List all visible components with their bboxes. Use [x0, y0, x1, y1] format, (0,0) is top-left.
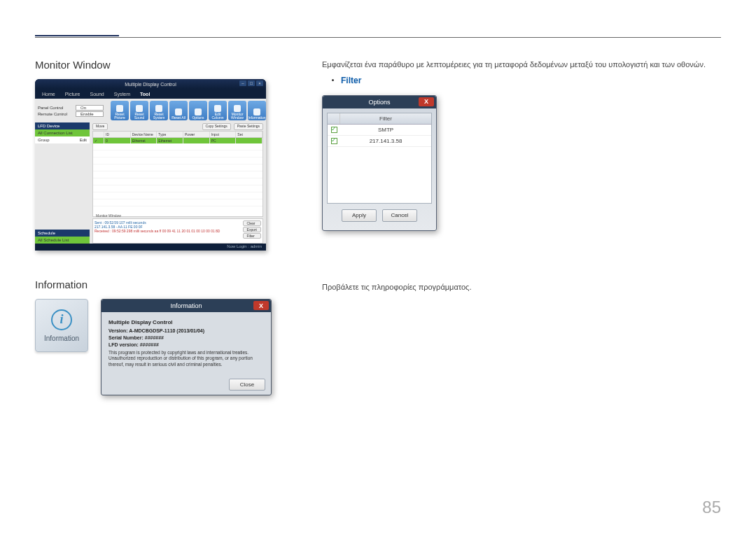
options-apply-button[interactable]: Apply	[342, 209, 377, 222]
info-version: Version: A-MDCBGDSP-1110 (2013/01/04)	[108, 328, 264, 333]
device-table: ID Device Name Type Power Input Set ✓ 0 …	[92, 131, 263, 217]
panel-control-label: Panel Control	[38, 106, 71, 110]
options-close-button[interactable]: X	[419, 97, 434, 106]
reset-picture-icon	[116, 105, 123, 112]
reset-all-button[interactable]: Reset All	[169, 101, 188, 120]
monitor-description: Εμφανίζεται ένα παράθυρο με λεπτομέρειες…	[322, 59, 721, 71]
sidebar-lfd-header[interactable]: LFD Device	[35, 122, 90, 129]
information-dialog-title: Information X	[102, 300, 271, 312]
table-header-row: ID Device Name Type Power Input Set	[93, 132, 262, 138]
log-recv-line: Received : 09:52:59 298 milli seconds aa…	[94, 229, 261, 233]
table-row[interactable]: ✓ 0 Ethernet Ethernet PC	[93, 138, 262, 143]
window-controls: – □ ×	[239, 80, 263, 86]
info-lfd-version: LFD version: #######	[108, 342, 264, 347]
info-legal-text: This program is protected by copyright l…	[108, 350, 264, 367]
options-filter-table: Filter SMTP 217.141.3.58	[327, 113, 432, 204]
information-close-button[interactable]: Close	[229, 379, 265, 391]
remote-control-value[interactable]: Enable	[76, 111, 104, 117]
information-heading: Information	[35, 279, 294, 290]
toolbar-icons: Reset Picture Reset Sound Reset System R…	[111, 101, 266, 120]
information-icon	[253, 108, 260, 115]
monitor-window-icon	[234, 105, 241, 112]
options-cancel-button[interactable]: Cancel	[382, 209, 417, 222]
information-button[interactable]: Information	[248, 101, 266, 120]
options-dialog: Options X Filter SMTP	[322, 95, 437, 231]
mdc-statusbar: Now Login : admin	[35, 244, 266, 251]
menu-tool[interactable]: Tool	[140, 92, 150, 97]
minimize-icon[interactable]: –	[239, 80, 246, 86]
options-dialog-title: Options X	[323, 96, 436, 108]
monitor-window-button[interactable]: Monitor Window	[228, 101, 246, 120]
checkbox-icon[interactable]	[331, 138, 337, 144]
sidebar-group-label: Group	[38, 138, 50, 142]
move-button[interactable]: Move	[92, 123, 108, 130]
reset-all-icon	[175, 108, 182, 115]
edit-column-icon	[214, 105, 221, 112]
options-row-smtp[interactable]: SMTP	[328, 125, 431, 136]
sidebar-group-row[interactable]: Group Edit	[35, 136, 90, 143]
information-tile-caption: Information	[44, 335, 79, 342]
mdc-sidebar: LFD Device All Connection List Group Edi…	[35, 122, 90, 244]
maximize-icon[interactable]: □	[248, 80, 255, 86]
options-row-ip[interactable]: 217.141.3.58	[328, 136, 431, 147]
log-filter-button[interactable]: Filter	[243, 233, 261, 239]
header-accent-rule	[35, 35, 119, 36]
reset-sound-icon	[136, 105, 143, 112]
sidebar-all-schedule[interactable]: All Schedule List	[35, 237, 90, 244]
menu-home[interactable]: Home	[42, 92, 55, 97]
info-serial: Serial Number: #######	[108, 335, 264, 340]
mdc-menubar: Home Picture Sound System Tool	[35, 89, 266, 99]
reset-sound-button[interactable]: Reset Sound	[130, 101, 148, 120]
information-close-x[interactable]: X	[253, 301, 269, 310]
sidebar-all-connection[interactable]: All Connection List	[35, 129, 90, 136]
toolbar-controls: Panel Control On Remote Control Enable	[38, 105, 104, 117]
options-filter-header: Filter	[340, 113, 431, 124]
monitor-window-heading: Monitor Window	[35, 59, 294, 71]
monitor-log-panel: Monitor Window Sent : 09:52:59 107 milli…	[92, 218, 263, 244]
information-dialog: Information X Multiple Display Control V…	[101, 299, 272, 395]
menu-picture[interactable]: Picture	[65, 92, 80, 97]
reset-system-icon	[155, 105, 162, 112]
panel-control-value[interactable]: On	[76, 105, 104, 111]
sidebar-schedule-header[interactable]: Schedule	[35, 230, 90, 237]
mdc-titlebar: Multiple Display Control – □ ×	[35, 79, 266, 89]
information-tile[interactable]: i Information	[35, 299, 88, 352]
reset-picture-button[interactable]: Reset Picture	[111, 101, 129, 120]
menu-system[interactable]: System	[114, 92, 130, 97]
info-product-name: Multiple Display Control	[108, 319, 264, 325]
log-clear-button[interactable]: Clear	[243, 220, 261, 226]
edit-column-button[interactable]: Edit Column	[209, 101, 227, 120]
reset-system-button[interactable]: Reset System	[150, 101, 168, 120]
options-button[interactable]: Options	[189, 101, 207, 120]
mdc-title-text: Multiple Display Control	[125, 82, 176, 87]
mdc-app-window: Multiple Display Control – □ × Home Pict…	[35, 79, 266, 251]
menu-sound[interactable]: Sound	[90, 92, 104, 97]
mdc-main-area: Move Copy Settings Paste Settings ID Dev…	[90, 122, 266, 244]
paste-settings-button[interactable]: Paste Settings	[234, 123, 263, 130]
page-number: 85	[702, 498, 721, 517]
checkbox-icon[interactable]	[331, 127, 337, 133]
info-icon: i	[51, 309, 72, 330]
log-export-button[interactable]: Export	[243, 227, 261, 232]
sidebar-group-edit[interactable]: Edit	[80, 138, 87, 142]
bullet-icon	[332, 79, 334, 81]
copy-settings-button[interactable]: Copy Settings	[202, 123, 231, 130]
remote-control-label: Remote Control	[38, 112, 71, 116]
information-description: Προβάλετε τις πληροφορίες προγράμματος.	[322, 281, 721, 294]
mdc-toolbar: Panel Control On Remote Control Enable R…	[35, 99, 266, 122]
header-divider	[35, 37, 721, 38]
monitor-log-title: Monitor Window	[96, 213, 121, 218]
filter-link[interactable]: Filter	[341, 76, 361, 85]
options-icon	[195, 108, 202, 115]
close-icon[interactable]: ×	[256, 80, 263, 86]
